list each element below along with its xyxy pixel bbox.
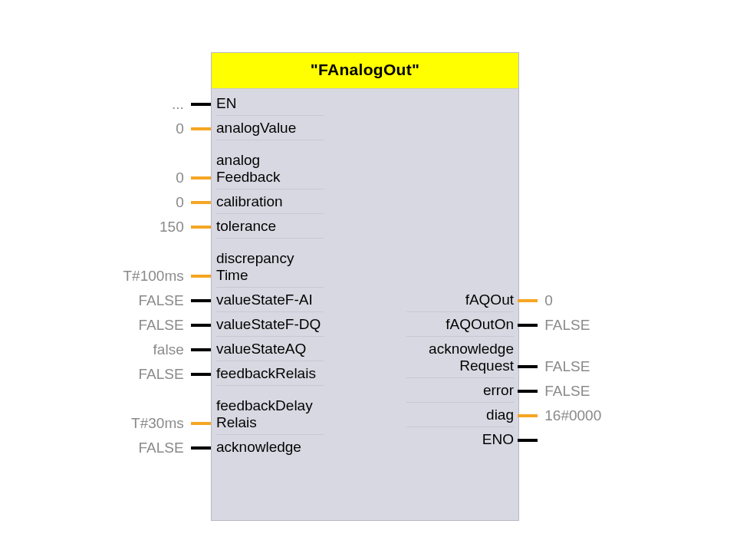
diagram-stage: "FAnalogOut" EN analogValue analog Feedb… [0,0,740,560]
input-label-valuestatef-dq: valueStateF-DQ [216,316,362,333]
input-pin-acknowledge: FALSE [139,439,211,456]
connector-line [191,226,211,229]
input-label-en: EN [216,95,362,112]
connector-line [191,103,211,106]
output-label-faqouton: fAQOutOn [368,316,514,333]
output-value-faqout: 0 [544,292,553,309]
input-pin-tolerance: 150 [160,218,211,236]
input-value-tolerance: 150 [160,219,184,236]
connector-line [191,299,211,302]
input-pin-feedbackrelais: FALSE [139,365,211,383]
input-value-valuestatef-ai: FALSE [139,292,184,309]
input-pin-discrepancytime: T#100ms [123,267,211,285]
separator-line [216,361,324,361]
separator-line [406,427,514,427]
separator-line [216,336,324,337]
output-label-acknowledgerequest: acknowledge Request [368,341,514,374]
input-label-analogfeedback: analog Feedback [216,152,362,186]
separator-line [216,385,324,386]
input-value-discrepancytime: T#100ms [123,268,184,285]
connector-line [191,422,211,425]
input-value-valuestateaq: false [153,341,184,358]
block-body: EN analogValue analog Feedback calibrati… [212,89,518,520]
output-label-error: error [368,382,514,399]
output-value-faqouton: FALSE [544,317,590,334]
output-value-diag: 16#0000 [544,407,601,424]
input-label-feedbackrelais: feedbackRelais [216,365,362,382]
input-label-calibration: calibration [216,193,362,210]
separator-line [216,287,324,288]
separator-line [216,189,324,189]
input-value-analogvalue: 0 [176,120,184,137]
output-value-error: FALSE [544,383,590,400]
output-pin-eno [518,431,544,448]
separator-line [406,336,514,337]
input-value-acknowledge: FALSE [139,440,184,456]
connector-line [191,324,211,327]
block-title: "FAnalogOut" [212,53,518,89]
separator-line [216,115,324,116]
input-label-acknowledge: acknowledge [216,439,362,456]
output-pin-diag: 16#0000 [518,407,601,424]
connector-line [191,201,211,204]
output-label-faqout: fAQOut [368,292,514,308]
output-pin-error: FALSE [518,382,590,400]
connector-line [518,299,538,302]
input-pin-feedbackdelayrelais: T#30ms [131,414,211,432]
input-value-feedbackrelais: FALSE [139,366,184,383]
separator-line [406,402,514,403]
separator-line [406,311,514,312]
connector-line [191,275,211,278]
function-block: "FAnalogOut" EN analogValue analog Feedb… [211,52,519,521]
input-pin-valuestateaq: false [153,341,211,358]
output-value-acknowledgerequest: FALSE [544,358,590,375]
input-pin-en: ... [172,95,211,113]
input-value-calibration: 0 [176,194,184,211]
connector-line [518,390,538,393]
input-label-discrepancytime: discrepancy Time [216,250,362,284]
input-pin-valuestatef-ai: FALSE [139,292,211,309]
connector-line [518,414,538,417]
input-label-valuestateaq: valueStateAQ [216,341,362,357]
separator-line [216,140,324,140]
output-pin-faqout: 0 [518,292,553,309]
input-pin-valuestatef-dq: FALSE [139,316,211,334]
connector-line [191,176,211,180]
connector-line [518,365,538,368]
output-label-diag: diag [368,407,514,423]
separator-line [216,434,324,435]
connector-line [191,127,211,130]
input-pin-analogfeedback: 0 [176,169,211,186]
connector-line [191,348,211,351]
input-value-feedbackdelayrelais: T#30ms [131,415,184,432]
input-label-valuestatef-ai: valueStateF-AI [216,292,362,308]
connector-line [191,373,211,376]
input-value-en: ... [172,96,184,113]
output-pin-faqouton: FALSE [518,316,590,334]
output-pin-acknowledgerequest: FALSE [518,357,590,375]
input-label-tolerance: tolerance [216,218,362,235]
input-pin-analogvalue: 0 [176,120,211,137]
input-label-analogvalue: analogValue [216,120,362,137]
separator-line [406,377,514,378]
connector-line [191,446,211,450]
input-value-analogfeedback: 0 [176,170,184,186]
separator-line [216,238,324,239]
connector-line [518,439,538,442]
separator-line [216,311,324,312]
output-label-eno: ENO [368,431,514,448]
input-pin-calibration: 0 [176,193,211,211]
input-value-valuestatef-dq: FALSE [139,317,184,334]
connector-line [518,324,538,327]
input-label-feedbackdelayrelais: feedbackDelay Relais [216,397,362,431]
separator-line [216,213,324,214]
